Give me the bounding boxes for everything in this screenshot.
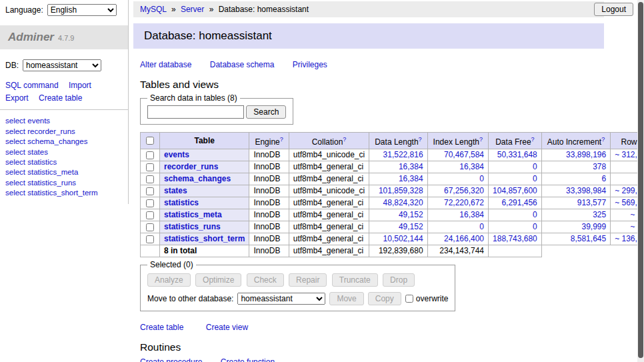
index-length-link[interactable]: 72,220,672	[444, 198, 484, 207]
breadcrumb-mysql-link[interactable]: MySQL	[140, 5, 167, 14]
table-name-link[interactable]: states	[164, 186, 187, 195]
data-length-cell: 101,859,328	[369, 185, 427, 197]
auto-increment-link[interactable]: 378	[593, 162, 606, 171]
sidebar-action-link[interactable]: Create table	[39, 93, 82, 103]
scrollbar[interactable]	[637, 0, 644, 362]
data-length-link[interactable]: 10,502,144	[383, 234, 423, 243]
auto-increment-help-link[interactable]: ?	[601, 136, 605, 143]
totals-row: 8 in total InnoDB utf8mb4_general_ci 192…	[141, 245, 644, 257]
row-checkbox[interactable]	[146, 175, 154, 183]
table-name-cell: statistics_short_term	[160, 233, 249, 245]
sidebar-table-link[interactable]: select statistics_short_term	[5, 188, 123, 198]
move-db-select[interactable]: homeassistant	[237, 293, 325, 305]
data-free-link[interactable]: 0	[533, 162, 537, 171]
database-action-link[interactable]: Alter database	[140, 60, 191, 69]
table-name-link[interactable]: statistics_runs	[164, 222, 221, 231]
bulk-action-button[interactable]: Analyze	[147, 273, 191, 287]
data-length-cell: 49,152	[369, 221, 427, 233]
row-checkbox[interactable]	[146, 163, 154, 171]
auto-increment-link[interactable]: 325	[593, 210, 606, 219]
data-free-help-link[interactable]: ?	[531, 136, 535, 143]
auto-increment-link[interactable]: 33,898,196	[566, 150, 606, 159]
table-name-link[interactable]: recorder_runs	[164, 162, 218, 171]
table-name-link[interactable]: events	[164, 150, 189, 159]
create-link[interactable]: Create view	[206, 323, 248, 332]
bulk-action-button[interactable]: Truncate	[332, 273, 378, 287]
data-length-link[interactable]: 48,824,320	[383, 198, 423, 207]
sidebar-action-link[interactable]: Export	[5, 93, 29, 103]
sidebar-table-link[interactable]: select statistics_meta	[5, 167, 123, 177]
create-link[interactable]: Create table	[140, 323, 183, 332]
language-select[interactable]: English	[47, 4, 117, 16]
sidebar-table-link[interactable]: select statistics_runs	[5, 178, 123, 188]
collation-help-link[interactable]: ?	[343, 136, 346, 143]
routine-link[interactable]: Create procedure	[140, 357, 202, 362]
index-length-link[interactable]: 16,384	[459, 210, 484, 219]
bulk-action-button[interactable]: Check	[247, 273, 284, 287]
auto-increment-link[interactable]: 8,581,645	[571, 234, 606, 243]
logout-button[interactable]: Logout	[594, 3, 633, 16]
sidebar-table-link[interactable]: select states	[5, 147, 123, 157]
bulk-action-button[interactable]: Optimize	[195, 273, 241, 287]
sidebar-table-link[interactable]: select events	[5, 116, 123, 126]
row-checkbox[interactable]	[146, 223, 154, 231]
select-all-checkbox[interactable]	[146, 137, 154, 145]
sidebar-table-link[interactable]: select statistics	[5, 157, 123, 167]
move-button[interactable]: Move	[329, 292, 363, 305]
index-length-link[interactable]: 16,384	[459, 162, 484, 171]
index-length-link[interactable]: 0	[479, 222, 484, 231]
sidebar-action-link[interactable]: Import	[69, 81, 91, 90]
data-free-link[interactable]: 0	[533, 222, 537, 231]
row-checkbox[interactable]	[146, 151, 154, 159]
row-checkbox[interactable]	[146, 199, 154, 207]
auto-increment-link[interactable]: 33,398,984	[566, 186, 606, 195]
routine-link[interactable]: Create function	[221, 357, 275, 362]
sidebar-table-link[interactable]: select recorder_runs	[5, 127, 123, 137]
overwrite-checkbox[interactable]	[405, 295, 413, 303]
data-free-link[interactable]: 50,331,648	[497, 150, 537, 159]
data-length-help-link[interactable]: ?	[419, 136, 422, 143]
row-checkbox[interactable]	[146, 187, 154, 195]
data-length-link[interactable]: 16,384	[399, 174, 423, 183]
bulk-action-button[interactable]: Drop	[383, 273, 415, 287]
engine-help-link[interactable]: ?	[280, 136, 283, 143]
totals-engine: InnoDB	[249, 245, 289, 257]
totals-index-length: 234,143,744	[427, 245, 488, 257]
database-action-link[interactable]: Privileges	[293, 60, 327, 69]
data-length-link[interactable]: 49,152	[399, 210, 423, 219]
sidebar-table-link[interactable]: select schema_changes	[5, 137, 123, 147]
breadcrumb-server-link[interactable]: Server	[181, 5, 204, 14]
auto-increment-link[interactable]: 6	[601, 174, 606, 183]
row-checkbox[interactable]	[146, 235, 154, 243]
auto-increment-link[interactable]: 39,999	[581, 222, 606, 231]
data-length-link[interactable]: 49,152	[399, 222, 423, 231]
sidebar-action-link[interactable]: SQL command	[5, 81, 59, 90]
data-free-link[interactable]: 188,743,680	[493, 234, 537, 243]
index-length-link[interactable]: 70,467,584	[444, 150, 484, 159]
scrollbar-thumb[interactable]	[638, 2, 643, 358]
table-name-link[interactable]: statistics	[164, 198, 199, 207]
data-length-link[interactable]: 16,384	[399, 162, 423, 171]
bulk-action-button[interactable]: Repair	[289, 273, 327, 287]
search-button[interactable]: Search	[246, 105, 286, 119]
index-length-link[interactable]: 67,256,320	[444, 186, 484, 195]
db-select[interactable]: homeassistant	[23, 59, 101, 71]
index-length-link[interactable]: 24,166,400	[444, 234, 484, 243]
table-name-link[interactable]: statistics_short_term	[164, 234, 245, 243]
database-action-link[interactable]: Database schema	[210, 60, 275, 69]
table-name-link[interactable]: statistics_meta	[164, 210, 222, 219]
table-name-link[interactable]: schema_changes	[164, 174, 231, 183]
auto-increment-link[interactable]: 913,577	[577, 198, 606, 207]
search-input[interactable]	[147, 105, 244, 119]
data-free-link[interactable]: 6,291,456	[501, 198, 537, 207]
data-free-link[interactable]: 104,857,600	[493, 186, 537, 195]
copy-button[interactable]: Copy	[368, 292, 401, 305]
index-length-help-link[interactable]: ?	[479, 136, 483, 143]
row-checkbox[interactable]	[146, 211, 154, 219]
data-length-link[interactable]: 101,859,328	[379, 186, 423, 195]
data-free-link[interactable]: 0	[533, 174, 537, 183]
index-length-link[interactable]: 0	[479, 174, 484, 183]
data-free-link[interactable]: 0	[533, 210, 537, 219]
table-row: statistics_runs InnoDB utf8mb4_general_c…	[141, 221, 644, 233]
data-length-link[interactable]: 31,522,816	[383, 150, 423, 159]
